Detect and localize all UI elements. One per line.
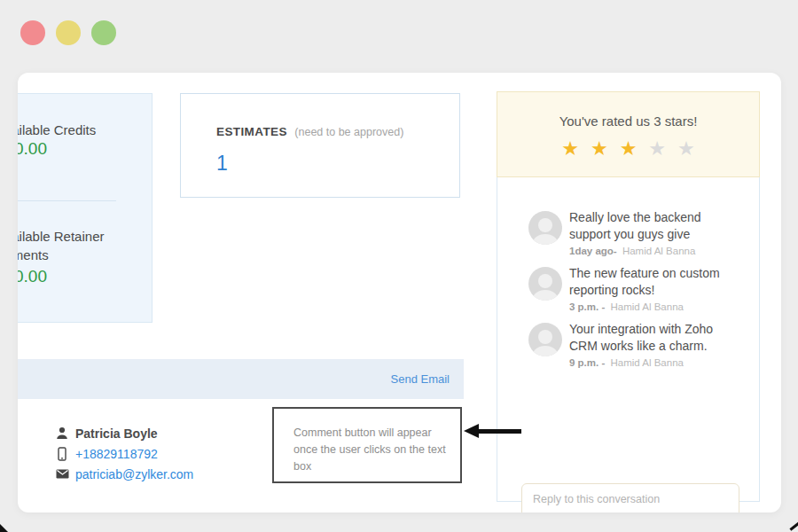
comment-item: Really love the backend support you guys… <box>497 209 759 256</box>
comment-item: The new feature on custom reporting rock… <box>497 265 759 312</box>
card-divider <box>18 200 116 201</box>
contact-name: Patricia Boyle <box>75 426 158 441</box>
comment-text: The new feature on custom reporting rock… <box>569 265 738 299</box>
available-credits-amount: 0.00 <box>18 139 47 159</box>
star-icon[interactable]: ★ <box>620 139 638 159</box>
annotation-text: Comment button will appear once the user… <box>293 425 446 475</box>
star-icon[interactable]: ★ <box>648 139 666 159</box>
comment-meta: 1day ago- Hamid Al Banna <box>569 246 738 256</box>
star-icon[interactable]: ★ <box>591 139 608 159</box>
contact-block: Patricia Boyle +18829118792 patriciab@zy… <box>55 426 193 481</box>
comments-section: Really love the backend support you guys… <box>497 177 760 502</box>
phone-icon <box>55 447 69 461</box>
zoom-window-button[interactable] <box>91 20 116 45</box>
comment-author: Hamid Al Banna <box>610 357 683 368</box>
avatar-person-icon <box>538 218 552 232</box>
avatar <box>528 267 562 301</box>
estimates-count[interactable]: 1 <box>216 152 459 176</box>
rating-header: You've rated us 3 stars! ★ ★ ★ ★ ★ <box>497 91 760 177</box>
comment-time: 9 p.m. - <box>569 357 605 368</box>
send-email-band: Send Email <box>18 359 464 399</box>
comment-text: Really love the backend support you guys… <box>569 209 738 243</box>
estimates-card[interactable]: ESTIMATES (need to be approved) 1 <box>180 93 460 198</box>
estimates-subtitle: (need to be approved) <box>294 126 403 138</box>
retainer-label-line2: Payments <box>18 247 49 262</box>
comment-item: Your integration with Zoho CRM works lik… <box>497 321 759 368</box>
comment-meta: 3 p.m. - Hamid Al Banna <box>569 301 738 312</box>
avatar-person-icon <box>538 274 552 288</box>
contact-name-row: Patricia Boyle <box>55 426 193 441</box>
credits-summary-card: Available Credits 0.00 Available Retaine… <box>18 93 153 323</box>
pen-artifact <box>789 521 798 530</box>
contact-phone-link[interactable]: +18829118792 <box>75 447 158 461</box>
estimates-heading: ESTIMATES (need to be approved) <box>216 123 459 139</box>
envelope-icon <box>55 469 69 479</box>
comment-author: Hamid Al Banna <box>610 301 683 312</box>
star-rating: ★ ★ ★ ★ ★ <box>497 139 759 159</box>
contact-email-row: patriciab@zylker.com <box>55 466 193 481</box>
reply-input[interactable] <box>521 483 739 512</box>
avatar <box>528 323 562 356</box>
star-icon[interactable]: ★ <box>677 139 695 159</box>
user-icon <box>55 426 69 440</box>
comment-time: 1day ago- <box>569 246 617 256</box>
estimates-title: ESTIMATES <box>216 125 287 138</box>
comment-author: Hamid Al Banna <box>622 246 695 256</box>
rating-title: You've rated us 3 stars! <box>497 113 759 129</box>
feedback-panel: You've rated us 3 stars! ★ ★ ★ ★ ★ Reall… <box>497 91 760 502</box>
comment-meta: 9 p.m. - Hamid Al Banna <box>569 357 738 368</box>
window-controls <box>20 20 116 45</box>
avatar-person-icon <box>538 330 552 344</box>
comment-time: 3 p.m. - <box>569 301 605 312</box>
star-icon[interactable]: ★ <box>561 139 579 159</box>
contact-email-link[interactable]: patriciab@zylker.com <box>75 467 193 481</box>
retainer-amount: 0.00 <box>18 267 47 286</box>
cursor-artifact <box>0 524 8 532</box>
comment-text: Your integration with Zoho CRM works lik… <box>569 321 738 355</box>
send-email-link[interactable]: Send Email <box>391 372 450 386</box>
close-window-button[interactable] <box>20 20 45 45</box>
callout-arrow-shaft <box>477 429 521 434</box>
portal-window: Available Credits 0.00 Available Retaine… <box>18 73 781 512</box>
avatar <box>528 211 562 245</box>
contact-phone-row: +18829118792 <box>55 446 193 461</box>
annotation-callout: Comment button will appear once the user… <box>272 407 462 483</box>
minimize-window-button[interactable] <box>56 20 81 45</box>
available-credits-label: Available Credits <box>18 122 96 137</box>
retainer-label-line1: Available Retainer <box>18 229 104 244</box>
